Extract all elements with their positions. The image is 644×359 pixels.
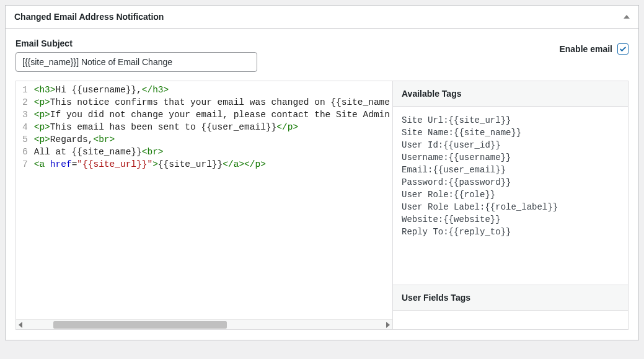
code-area[interactable]: 1234567 <h3>Hi {{username}},</h3><p>This… <box>16 81 392 319</box>
tag-item[interactable]: User Role Label:{{role_label}} <box>402 201 619 213</box>
code-line[interactable]: <a href="{{site_url}}">{{site_url}}</a><… <box>34 158 390 171</box>
tag-item[interactable]: Reply To:{{reply_to}} <box>402 226 619 238</box>
line-number: 5 <box>22 133 28 146</box>
tags-sidebar: Available Tags Site Url:{{site_url}}Site… <box>392 81 628 329</box>
code-line[interactable]: <p>Regards,<br> <box>34 133 390 146</box>
line-number: 4 <box>22 121 28 133</box>
tag-item[interactable]: Website:{{website}} <box>402 213 619 226</box>
panel-body: Email Subject Enable email 1234567 <h3>H… <box>6 29 638 340</box>
available-tags-body: Site Url:{{site_url}}Site Name:{{site_na… <box>393 107 628 285</box>
user-fields-tags-body <box>393 311 628 329</box>
subject-input[interactable] <box>15 52 257 72</box>
enable-email-label: Enable email <box>559 44 612 54</box>
code-editor[interactable]: 1234567 <h3>Hi {{username}},</h3><p>This… <box>16 81 392 329</box>
code-line[interactable]: <p>This notice confirms that your email … <box>34 96 390 109</box>
check-icon <box>619 45 627 53</box>
enable-email-block: Enable email <box>559 38 629 55</box>
line-number: 7 <box>22 158 28 171</box>
settings-panel: Changed Email Address Notification Email… <box>5 5 639 340</box>
scroll-left-icon[interactable] <box>19 322 22 328</box>
code-line[interactable]: <p>If you did not change your email, ple… <box>34 109 390 121</box>
code-line[interactable]: All at {{site_name}}<br> <box>34 146 390 158</box>
main-row: 1234567 <h3>Hi {{username}},</h3><p>This… <box>15 81 629 330</box>
panel-header[interactable]: Changed Email Address Notification <box>6 6 638 29</box>
tag-item[interactable]: Email:{{user_email}} <box>402 164 619 176</box>
tag-item[interactable]: Password:{{password}} <box>402 176 619 188</box>
line-number: 6 <box>22 146 28 158</box>
tag-item[interactable]: Username:{{username}} <box>402 151 619 164</box>
available-tags-header[interactable]: Available Tags <box>393 81 628 107</box>
user-fields-tags-header[interactable]: User Fields Tags <box>393 285 628 311</box>
line-number: 3 <box>22 109 28 121</box>
enable-email-checkbox[interactable] <box>617 43 629 55</box>
panel-title: Changed Email Address Notification <box>14 12 164 22</box>
code-line[interactable]: <h3>Hi {{username}},</h3> <box>34 84 390 96</box>
scroll-right-icon[interactable] <box>386 322 390 328</box>
tag-item[interactable]: Site Url:{{site_url}} <box>402 114 619 126</box>
line-gutter: 1234567 <box>16 81 32 319</box>
line-number: 1 <box>22 84 28 96</box>
subject-label: Email Subject <box>15 38 257 48</box>
horizontal-scrollbar[interactable] <box>16 319 392 329</box>
scrollbar-thumb[interactable] <box>53 321 227 329</box>
top-row: Email Subject Enable email <box>15 38 629 72</box>
line-number: 2 <box>22 96 28 109</box>
code-content[interactable]: <h3>Hi {{username}},</h3><p>This notice … <box>32 81 392 319</box>
code-line[interactable]: <p>This email has been sent to {{user_em… <box>34 121 390 133</box>
tag-item[interactable]: User Id:{{user_id}} <box>402 139 619 151</box>
tag-item[interactable]: User Role:{{role}} <box>402 188 619 201</box>
tag-item[interactable]: Site Name:{{site_name}} <box>402 126 619 139</box>
subject-block: Email Subject <box>15 38 257 72</box>
collapse-icon[interactable] <box>624 15 630 19</box>
